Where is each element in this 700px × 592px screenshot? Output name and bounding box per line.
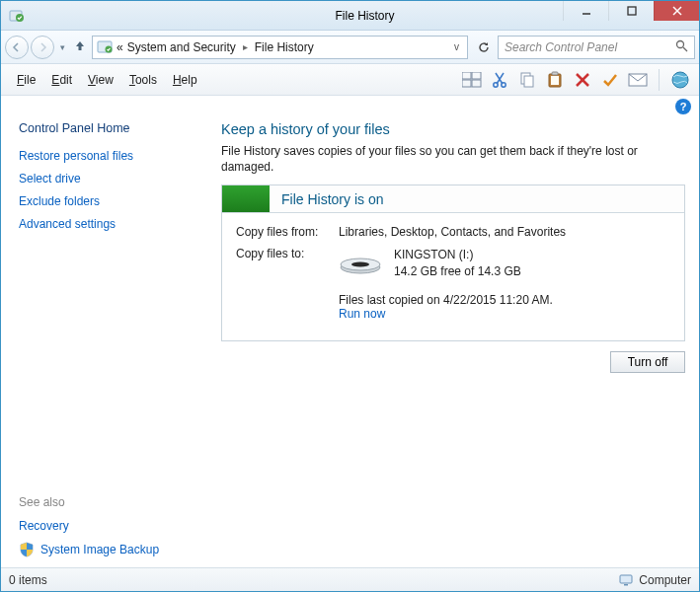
status-title: File History is on — [270, 191, 383, 207]
toolbar-icons — [461, 69, 691, 91]
breadcrumb-item[interactable]: File History — [255, 40, 314, 54]
menu-tools[interactable]: Tools — [121, 69, 165, 91]
menu-edit[interactable]: Edit — [43, 69, 80, 91]
svg-point-8 — [677, 40, 684, 47]
address-dropdown-icon[interactable]: v — [450, 41, 463, 52]
menu-bar: File Edit View Tools Help — [1, 64, 699, 96]
svg-point-29 — [351, 262, 369, 267]
sidebar-link-recovery[interactable]: Recovery — [19, 519, 194, 533]
sidebar-link-exclude-folders[interactable]: Exclude folders — [19, 194, 194, 208]
maximize-button[interactable] — [608, 1, 654, 21]
svg-rect-3 — [628, 7, 636, 15]
cut-icon[interactable] — [489, 69, 510, 91]
search-input[interactable]: Search Control Panel — [498, 36, 695, 59]
run-now-link[interactable]: Run now — [339, 307, 385, 321]
svg-line-9 — [683, 47, 687, 51]
status-header: File History is on — [222, 185, 684, 213]
svg-rect-30 — [620, 575, 632, 583]
copy-icon[interactable] — [516, 69, 538, 91]
computer-icon — [619, 574, 633, 586]
search-placeholder: Search Control Panel — [505, 40, 617, 54]
window-icon — [1, 8, 31, 24]
statusbar-location: Computer — [639, 573, 691, 587]
mail-icon[interactable] — [627, 69, 649, 91]
up-button[interactable] — [70, 38, 90, 55]
drive-icon — [339, 249, 382, 276]
delete-icon[interactable] — [572, 69, 593, 91]
shield-icon — [19, 542, 35, 557]
svg-rect-13 — [472, 80, 481, 87]
help-strip: ? — [1, 96, 699, 117]
breadcrumb-separator-icon: ▸ — [240, 41, 251, 52]
sidebar-link-select-drive[interactable]: Select drive — [19, 172, 194, 185]
sidebar-link-restore[interactable]: Restore personal files — [19, 149, 194, 163]
svg-point-17 — [502, 82, 506, 86]
svg-rect-31 — [624, 584, 628, 586]
menu-view[interactable]: View — [80, 69, 121, 91]
sidebar: Control Panel Home Restore personal file… — [1, 117, 203, 567]
sidebar-link-advanced-settings[interactable]: Advanced settings — [19, 217, 194, 231]
close-button[interactable] — [654, 1, 699, 21]
svg-rect-22 — [552, 72, 558, 75]
menu-file[interactable]: File — [9, 69, 43, 91]
file-history-status-box: File History is on Copy files from: Libr… — [221, 185, 685, 340]
copy-from-value: Libraries, Desktop, Contacts, and Favori… — [339, 225, 670, 239]
svg-rect-11 — [472, 72, 481, 79]
menu-help[interactable]: Help — [165, 69, 205, 91]
breadcrumb-item[interactable]: System and Security — [127, 40, 236, 54]
history-dropdown-icon[interactable]: ▾ — [56, 42, 68, 52]
control-panel-icon — [97, 39, 113, 55]
sidebar-link-system-image-backup[interactable]: System Image Backup — [40, 543, 159, 556]
navigation-bar: ▾ « System and Security ▸ File History v… — [1, 31, 699, 64]
paste-icon[interactable] — [544, 69, 566, 91]
minimize-button[interactable] — [563, 1, 608, 21]
page-description: File History saves copies of your files … — [221, 143, 685, 175]
forward-button[interactable] — [31, 36, 54, 59]
copy-to-label: Copy files to: — [236, 247, 339, 320]
toolbar-separator — [659, 69, 660, 91]
check-icon[interactable] — [599, 69, 621, 91]
address-bar[interactable]: « System and Security ▸ File History v — [92, 36, 468, 59]
back-button[interactable] — [5, 36, 29, 59]
help-icon[interactable]: ? — [675, 99, 691, 114]
drive-name: KINGSTON (I:) — [394, 247, 521, 262]
status-on-indicator — [222, 185, 270, 212]
windows-icon[interactable] — [461, 69, 483, 91]
content-body: Control Panel Home Restore personal file… — [1, 117, 699, 567]
svg-point-16 — [494, 82, 498, 86]
main-panel: Keep a history of your files File Histor… — [203, 117, 699, 567]
copy-from-label: Copy files from: — [236, 225, 339, 239]
statusbar-item-count: 0 items — [9, 573, 47, 587]
svg-rect-12 — [462, 80, 471, 87]
page-heading: Keep a history of your files — [221, 121, 685, 137]
refresh-button[interactable] — [472, 36, 496, 59]
control-panel-home-link[interactable]: Control Panel Home — [19, 121, 194, 135]
title-bar: File History — [1, 1, 699, 31]
svg-rect-21 — [551, 76, 559, 85]
status-body: Copy files from: Libraries, Desktop, Con… — [222, 213, 684, 339]
search-icon — [675, 39, 688, 55]
breadcrumb-prefix: « — [117, 40, 123, 54]
globe-icon[interactable] — [669, 69, 691, 91]
status-bar: 0 items Computer — [1, 567, 699, 591]
svg-rect-19 — [524, 76, 533, 87]
svg-rect-10 — [462, 72, 471, 79]
see-also-heading: See also — [19, 495, 194, 509]
drive-free-space: 14.2 GB free of 14.3 GB — [394, 263, 521, 279]
turn-off-button[interactable]: Turn off — [610, 351, 685, 373]
svg-point-26 — [672, 72, 688, 88]
last-copied-text: Files last copied on 4/22/2015 11:20 AM. — [339, 293, 670, 307]
